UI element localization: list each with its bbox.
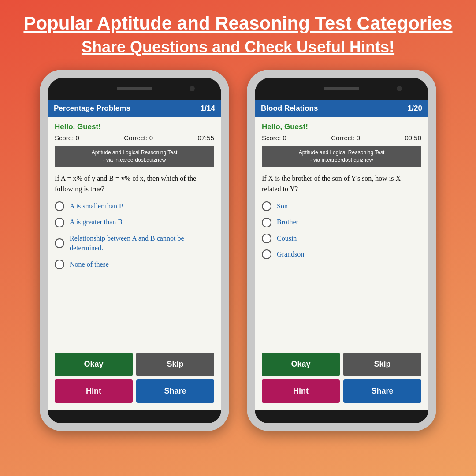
phone-2-quiz-title: Blood Relations	[261, 104, 318, 113]
phone-1-quiz-title: Percentage Problems	[54, 104, 130, 113]
phone-2-option-3[interactable]: Cousin	[262, 234, 421, 243]
phone-1-radio-1[interactable]	[55, 201, 64, 211]
phone-1-option-label-3: Relationship between A and B cannot be d…	[70, 234, 214, 253]
phone-1-share-button[interactable]: Share	[136, 379, 214, 403]
phone-2-hint-button[interactable]: Hint	[262, 379, 340, 403]
phone-2-option-label-2: Brother	[277, 217, 298, 227]
phone-1-correct: Correct: 0	[124, 134, 153, 141]
phone-1-score: Score: 0	[55, 134, 79, 141]
phone-1-speaker	[117, 87, 152, 90]
phone-1-options: A is smaller than B. A is greater than B…	[55, 201, 214, 346]
phone-1-camera	[190, 86, 195, 91]
phone-1-counter: 1/14	[201, 104, 215, 113]
phone-2-radio-1[interactable]	[262, 201, 271, 211]
phone-1-option-4[interactable]: None of these	[55, 260, 214, 269]
phone-1-banner: Aptitude and Logical Reasoning Test- via…	[55, 146, 214, 167]
phone-2-greeting: Hello, Guest!	[262, 123, 421, 131]
phone-1-buttons: Okay Skip Hint Share	[55, 353, 214, 405]
phone-1-option-label-1: A is smaller than B.	[70, 201, 126, 211]
phone-1-radio-4[interactable]	[55, 260, 64, 269]
phone-1-top-bar	[48, 78, 221, 100]
phone-2-counter: 1/20	[408, 104, 422, 113]
phone-2-question: If X is the brother of the son of Y's so…	[262, 173, 421, 194]
phone-2-option-1[interactable]: Son	[262, 201, 421, 211]
phone-1-option-label-2: A is greater than B	[70, 217, 123, 227]
phone-2-correct: Correct: 0	[331, 134, 360, 141]
phone-1-radio-2[interactable]	[55, 218, 64, 227]
phone-2-top-bar	[255, 78, 428, 100]
phone-1-quiz-body: Hello, Guest! Score: 0 Correct: 0 07:55 …	[48, 117, 221, 410]
phone-1-option-label-4: None of these	[70, 260, 109, 269]
phone-2-share-button[interactable]: Share	[343, 379, 421, 403]
phone-2-options: Son Brother Cousin Grandson	[262, 201, 421, 346]
phone-2-quiz-body: Hello, Guest! Score: 0 Correct: 0 09:50 …	[255, 117, 428, 410]
phone-1-option-3[interactable]: Relationship between A and B cannot be d…	[55, 234, 214, 253]
main-subtitle: Share Questions and Check Useful Hints!	[23, 38, 452, 56]
main-title: Popular Aptitude and Reasoning Test Cate…	[23, 12, 452, 34]
phone-1-quiz-header: Percentage Problems 1/14	[48, 100, 221, 117]
phone-2-option-label-4: Grandson	[277, 249, 304, 259]
phone-1-option-2[interactable]: A is greater than B	[55, 217, 214, 227]
phone-1-timer: 07:55	[197, 134, 214, 141]
phone-2-option-4[interactable]: Grandson	[262, 249, 421, 259]
phone-2-option-label-1: Son	[277, 201, 288, 211]
phone-1-option-1[interactable]: A is smaller than B.	[55, 201, 214, 211]
phone-2-timer: 09:50	[405, 134, 421, 141]
phones-container: Percentage Problems 1/14 Hello, Guest! S…	[40, 70, 436, 431]
phone-2-skip-button[interactable]: Skip	[343, 353, 421, 376]
phone-2-screen: Blood Relations 1/20 Hello, Guest! Score…	[255, 100, 428, 410]
phone-2-option-2[interactable]: Brother	[262, 217, 421, 227]
page-header: Popular Aptitude and Reasoning Test Cate…	[15, 0, 461, 61]
phone-1-stats: Score: 0 Correct: 0 07:55	[55, 134, 214, 141]
phone-2-radio-4[interactable]	[262, 249, 271, 259]
phone-2-option-label-3: Cousin	[277, 234, 297, 243]
phone-2-buttons: Okay Skip Hint Share	[262, 353, 421, 405]
phone-2-bottom	[255, 410, 428, 423]
phone-2-radio-2[interactable]	[262, 218, 271, 227]
phone-2-okay-button[interactable]: Okay	[262, 353, 340, 376]
phone-2-score: Score: 0	[262, 134, 286, 141]
phone-2-radio-3[interactable]	[262, 234, 271, 243]
phone-2-banner: Aptitude and Logical Reasoning Test- via…	[262, 146, 421, 167]
phone-1-okay-button[interactable]: Okay	[55, 353, 133, 376]
phone-1-question: If A = x% of y and B = y% of x, then whi…	[55, 173, 214, 194]
phone-2-stats: Score: 0 Correct: 0 09:50	[262, 134, 421, 141]
phone-2-camera	[397, 86, 402, 91]
phone-2: Blood Relations 1/20 Hello, Guest! Score…	[247, 70, 436, 431]
phone-1: Percentage Problems 1/14 Hello, Guest! S…	[40, 70, 229, 431]
phone-1-radio-3[interactable]	[55, 238, 64, 248]
phone-1-bottom	[48, 410, 221, 423]
phone-2-speaker	[324, 87, 359, 90]
phone-1-hint-button[interactable]: Hint	[55, 379, 133, 403]
phone-1-skip-button[interactable]: Skip	[136, 353, 214, 376]
phone-1-screen: Percentage Problems 1/14 Hello, Guest! S…	[48, 100, 221, 410]
phone-1-greeting: Hello, Guest!	[55, 123, 214, 131]
phone-2-quiz-header: Blood Relations 1/20	[255, 100, 428, 117]
